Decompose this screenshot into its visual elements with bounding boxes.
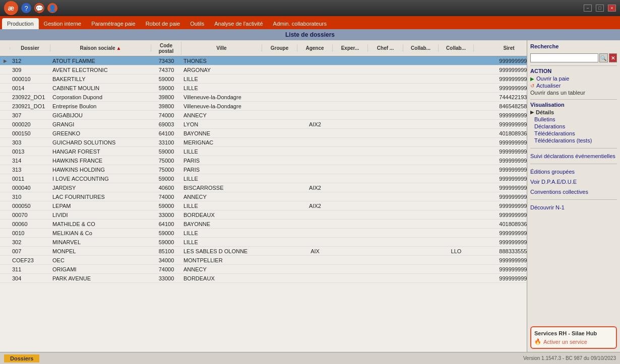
open-tableur-button[interactable]: Ouvrir dans un tableur	[530, 89, 617, 96]
tab-outils[interactable]: Outils	[185, 18, 209, 29]
table-cell: 99999999999999	[474, 166, 527, 173]
table-cell: GIGABIJOU	[50, 112, 151, 119]
teledeclarations-item[interactable]: Télédéclarations	[534, 130, 617, 137]
table-row[interactable]: 313HAWKINS HOLDING75000PARIS999999999999…	[0, 165, 527, 174]
details-item[interactable]: ▶ Détails	[530, 109, 617, 116]
table-cell	[439, 178, 474, 179]
table-row[interactable]: 0010MELIKIAN & Co59000LILLE9999999999999…	[0, 229, 527, 238]
table-row[interactable]: 230922_DO1Corporation Dupond39800Villene…	[0, 93, 527, 102]
col-chef[interactable]: Chef ...	[368, 44, 403, 52]
voir-dpae-item[interactable]: Voir D.P.A.E/D.U.E	[530, 178, 617, 185]
table-row[interactable]: 314HAWKINS FRANCE75000PARIS9999999999999…	[0, 156, 527, 165]
table-cell	[403, 178, 439, 179]
teledeclarations-tests-item[interactable]: Télédéclarations (tests)	[534, 137, 617, 144]
table-cell: JARDISY	[50, 184, 151, 191]
table-row[interactable]: 00060MATHILDE & CO64100BAYONNE4018089360…	[0, 220, 527, 229]
table-row[interactable]: 000040JARDISY40600BISCARROSSEAIX29999999…	[0, 183, 527, 192]
col-collab1[interactable]: Collab...	[403, 44, 439, 52]
table-row[interactable]: ▶312ATOUT FLAMME73430THONES9999999999999…	[0, 56, 527, 65]
table-cell: 99999999999999	[474, 112, 527, 119]
col-groupe[interactable]: Groupe	[262, 44, 297, 52]
search-clear-button[interactable]: ✕	[609, 53, 617, 62]
bulletins-item[interactable]: Bulletins	[534, 116, 617, 123]
table-cell	[403, 278, 439, 279]
col-exper[interactable]: Exper...	[333, 44, 368, 52]
maximize-button[interactable]: □	[596, 5, 604, 12]
table-cell: PARIS	[181, 157, 262, 164]
table-cell	[262, 269, 297, 270]
conventions-collectives-item[interactable]: Conventions collectives	[530, 188, 617, 195]
table-row[interactable]: 000150GREENKO64100BAYONNE40180893600025	[0, 129, 527, 138]
tab-paramétrage-paie[interactable]: Paramétrage paie	[86, 18, 140, 29]
tab-analyse-de-l'activité[interactable]: Analyse de l'activité	[209, 18, 268, 29]
activer-service-link[interactable]: 🔥 Activer un service	[534, 338, 613, 345]
col-collab2[interactable]: Collab...	[439, 44, 474, 52]
table-row[interactable]: COEF23OEC34000MONTPELLIER99999999999999	[0, 256, 527, 265]
table-cell: I LOVE ACCOUNTING	[50, 175, 151, 182]
table-cell	[333, 178, 368, 179]
open-paie-button[interactable]: ▶ Ouvrir la paie	[530, 75, 617, 82]
table-cell: 230922_DO1	[10, 94, 50, 101]
table-row[interactable]: 007MONPEL85100LES SABLES D OLONNEAIXLLO8…	[0, 247, 527, 256]
col-dossier[interactable]: Dossier	[10, 44, 50, 52]
table-row[interactable]: 304PARK AVENUE33000BORDEAUX9999999999999…	[0, 274, 527, 283]
col-siret[interactable]: Siret	[474, 44, 527, 52]
editions-groupees-item[interactable]: Éditions groupées	[530, 168, 617, 175]
declarations-item[interactable]: Déclarations	[534, 123, 617, 130]
table-cell: GUICHARD SOLUTIONS	[50, 139, 151, 146]
table-row[interactable]: 000050LEPAM59000LILLEAIX299999999999999	[0, 201, 527, 210]
tab-admin.-collaborateurs[interactable]: Admin. collaborateurs	[268, 18, 332, 29]
table-cell: 302	[10, 239, 50, 246]
table-cell: 007	[10, 248, 50, 255]
table-body: ▶312ATOUT FLAMME73430THONES9999999999999…	[0, 56, 527, 352]
table-row[interactable]: 309AVENT ELECTRONIC74370ARGONAY999999999…	[0, 65, 527, 75]
table-cell	[439, 260, 474, 261]
tab-robot-de-paie[interactable]: Robot de paie	[141, 18, 185, 29]
tab-production[interactable]: Production	[2, 18, 39, 29]
table-cell: 000040	[10, 184, 50, 191]
table-cell	[368, 97, 403, 98]
table-row[interactable]: 307GIGABIJOU74000ANNECY99999999999999	[0, 111, 527, 120]
chat-button[interactable]: 💬	[34, 3, 44, 13]
tab-gestion-interne[interactable]: Gestion interne	[39, 18, 87, 29]
col-raison[interactable]: Raison sociale ▲	[50, 44, 151, 52]
table-cell	[297, 97, 333, 98]
table-cell: LILLE	[181, 76, 262, 83]
minimize-button[interactable]: −	[584, 5, 592, 12]
actualiser-button[interactable]: ↺ Actualiser	[530, 82, 617, 89]
table-row[interactable]: 303GUICHARD SOLUTIONS33100MERIGNAC999999…	[0, 138, 527, 147]
col-agence[interactable]: Agence	[297, 44, 333, 52]
table-cell	[368, 160, 403, 161]
table-row[interactable]: 0014CABINET MOULIN59000LILLE999999999999…	[0, 84, 527, 93]
details-arrow-icon: ▶	[530, 110, 534, 115]
table-row[interactable]: 0013HANGAR FOREST59000LILLE9999999999999…	[0, 147, 527, 156]
table-cell: 40180893600025	[474, 130, 527, 137]
table-cell	[0, 251, 10, 252]
col-cp[interactable]: Code postal	[151, 42, 181, 55]
table-row[interactable]: 311ORIGAMI74000ANNECY99999999999999	[0, 265, 527, 274]
app-logo[interactable]: æ	[4, 1, 18, 15]
table-row[interactable]: 00070LIVIDI33000BORDEAUX99999999999999	[0, 210, 527, 220]
table-cell	[439, 60, 474, 61]
table-row[interactable]: 0011I LOVE ACCOUNTING59000LILLE999999999…	[0, 174, 527, 183]
table-cell	[368, 151, 403, 152]
decouvrir-n1-item[interactable]: Découvrir N-1	[530, 204, 617, 211]
search-button[interactable]: 🔍	[599, 53, 608, 62]
table-row[interactable]: 302MINARVEL59000LILLE99999999999999	[0, 238, 527, 247]
suivi-declarations-item[interactable]: Suivi déclarations événementielles	[530, 153, 617, 160]
table-cell: 99999999999999	[474, 57, 527, 64]
table-cell	[403, 79, 439, 80]
col-ville[interactable]: Ville	[181, 44, 262, 52]
table-row[interactable]: 230921_DO1Entreprise Boulon39800Villeneu…	[0, 102, 527, 111]
search-input[interactable]	[530, 53, 598, 62]
table-cell	[368, 205, 403, 206]
table-row[interactable]: 000010BAKERTILLY59000LILLE99999999999999	[0, 75, 527, 84]
table-cell	[0, 224, 10, 225]
dossiers-tab[interactable]: Dossiers	[4, 354, 39, 362]
close-button[interactable]: ×	[608, 5, 616, 12]
table-row[interactable]: 000020GRANGI69003LYONAIX299999999999999	[0, 120, 527, 129]
table-cell: 84654825800013	[474, 103, 527, 110]
user-button[interactable]: 👤	[47, 3, 57, 13]
help-button[interactable]: ?	[21, 3, 31, 13]
table-row[interactable]: 310LAC FOURNITURES74000ANNECY99999999999…	[0, 192, 527, 201]
